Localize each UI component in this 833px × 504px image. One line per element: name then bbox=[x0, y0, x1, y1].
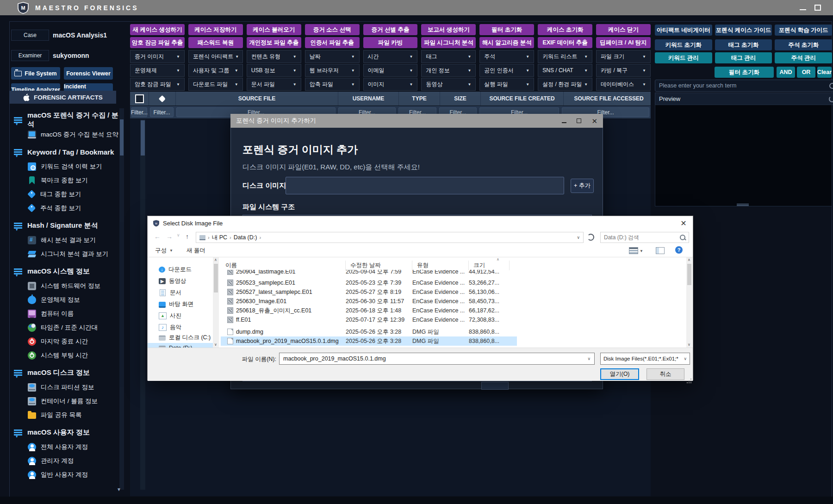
action-button[interactable]: 딥페이크 / AI 탐지 bbox=[596, 37, 651, 48]
tree-item[interactable]: 바탕 화면 bbox=[148, 299, 212, 309]
filter-dropdown[interactable]: 주석▼ bbox=[479, 50, 534, 63]
search-input[interactable]: Please enter your search term bbox=[655, 80, 833, 92]
file-row[interactable]: dump.dmg2025-05-26 오후 3:28DMG 파일838,860,… bbox=[221, 327, 517, 336]
select-all-header[interactable] bbox=[130, 92, 149, 106]
tree-scrollbar[interactable]: ∧ ∨ bbox=[213, 257, 219, 348]
list-column-header[interactable]: 유형 bbox=[412, 261, 469, 270]
up-icon[interactable]: ↑ bbox=[186, 233, 189, 240]
filter-dropdown[interactable]: 사용자 및 그룹▼ bbox=[188, 64, 243, 77]
chevron-down-icon[interactable]: ▼ bbox=[640, 249, 643, 253]
filter-dropdown[interactable]: 설정 / 환경 파일▼ bbox=[538, 78, 592, 91]
filter-dropdown[interactable]: SNS / CHAT▼ bbox=[538, 64, 592, 77]
file-type-dropdown[interactable]: Disk Image Files(*.E01;*.Ex01;* ∨ bbox=[600, 353, 690, 365]
table-scrollbar-thumb[interactable] bbox=[141, 120, 145, 156]
panel-button[interactable]: 키워드 초기화 bbox=[655, 39, 712, 50]
disk-image-input[interactable] bbox=[286, 177, 564, 194]
column-header[interactable]: SOURCE FILE CREATED bbox=[481, 92, 564, 106]
address-dropdown-icon[interactable]: ∨ bbox=[577, 235, 580, 240]
panel-button[interactable]: 키워드 관리 bbox=[655, 52, 712, 63]
sidebar-item[interactable]: 컴퓨터 이름 bbox=[28, 309, 120, 318]
dialog-close-icon[interactable]: ✕ bbox=[674, 216, 693, 230]
tree-item[interactable]: ▶동영상 bbox=[148, 276, 212, 286]
filter-dropdown[interactable]: 포렌식 아티팩트▼ bbox=[188, 50, 243, 63]
filter-reset-button[interactable]: 필터 초기화 bbox=[715, 67, 774, 78]
help-icon[interactable]: ? bbox=[675, 246, 683, 254]
action-button[interactable]: 암호 잠금 파일 추출 bbox=[130, 37, 185, 48]
filter-dropdown[interactable]: 증거 이미지▼ bbox=[130, 50, 185, 63]
list-column-header[interactable]: 수정한 날짜 bbox=[346, 261, 412, 270]
filter-dropdown[interactable]: 문서 파일▼ bbox=[247, 78, 301, 91]
column-header[interactable]: SOURCE FILE ACCESSED bbox=[564, 92, 651, 106]
panel-button[interactable]: 주석 관리 bbox=[775, 52, 832, 63]
list-column-header[interactable]: 크기 bbox=[469, 261, 510, 270]
sidebar-item[interactable]: 태그 종합 보기 bbox=[28, 189, 120, 199]
refresh-icon[interactable] bbox=[829, 96, 833, 102]
sidebar-item[interactable]: 관리자 계정 bbox=[28, 456, 120, 466]
forensic-artifacts-header[interactable]: FORENSIC ARTIFACTS bbox=[9, 91, 116, 104]
sidebar-scrollbar-thumb[interactable] bbox=[120, 119, 124, 156]
filter-dropdown[interactable]: 웹 브라우저▼ bbox=[305, 64, 360, 77]
forward-icon[interactable]: → bbox=[166, 233, 173, 240]
panel-button[interactable]: 아티팩트 네비게이터 bbox=[655, 25, 712, 36]
filter-dropdown[interactable]: 동영상▼ bbox=[421, 78, 476, 91]
chevron-down-icon[interactable]: ∨ bbox=[587, 356, 591, 361]
modal-maximize-icon[interactable] bbox=[577, 118, 581, 123]
panel-button[interactable]: 태그 초기화 bbox=[715, 39, 772, 50]
sidebar-item[interactable]: 시그니처 분석 결과 보기 bbox=[28, 249, 120, 259]
filter-dropdown[interactable]: 다운로드 파일▼ bbox=[188, 78, 243, 91]
filter-dropdown[interactable]: 개인 정보▼ bbox=[421, 64, 476, 77]
resize-grip[interactable] bbox=[690, 379, 691, 380]
filter-dropdown[interactable]: 데이터베이스▼ bbox=[596, 78, 651, 91]
action-button[interactable]: 케이스 초기화 bbox=[538, 24, 592, 35]
scroll-up-icon[interactable]: ∧ bbox=[214, 258, 217, 262]
sidebar-item[interactable]: 시스템 하드웨어 정보 bbox=[28, 281, 120, 291]
clear-button[interactable]: Clear bbox=[817, 67, 832, 78]
new-folder-button[interactable]: 새 폴더 bbox=[186, 247, 205, 255]
sidebar-section[interactable]: macOS 포렌식 증거 수집 / 분석 bbox=[14, 114, 120, 125]
tree-item[interactable]: ▲사진 bbox=[148, 311, 212, 321]
action-button[interactable]: 케이스 불러오기 bbox=[247, 24, 301, 35]
table-scrollbar[interactable] bbox=[140, 119, 145, 490]
panel-button[interactable]: 태그 관리 bbox=[715, 52, 772, 63]
scroll-down-icon[interactable]: ∨ bbox=[688, 342, 690, 347]
tree-item[interactable]: 문서 bbox=[148, 288, 212, 298]
filter-dropdown[interactable]: 운영체제▼ bbox=[130, 64, 185, 77]
and-button[interactable]: AND bbox=[777, 67, 795, 78]
filename-input[interactable]: macbook_pro_2019_macOS15.0.1.dmg ∨ bbox=[279, 353, 595, 365]
file-row[interactable]: 250618_유출_이미지_cc.E012025-06-18 오후 1:48En… bbox=[221, 306, 517, 315]
sidebar-item[interactable]: 파일 공유 목록 bbox=[28, 410, 120, 420]
panel-button[interactable]: 포렌식 케이스 가이드 bbox=[715, 25, 772, 36]
sidebar-item[interactable]: 키워드 검색 이력 보기 bbox=[28, 162, 120, 171]
file-system-button[interactable]: File System bbox=[11, 67, 60, 80]
action-button[interactable]: 새 케이스 생성하기 bbox=[130, 24, 185, 35]
action-button[interactable]: 개인정보 파일 추출 bbox=[247, 37, 301, 48]
sidebar-section[interactable]: Keyword / Tag / Bookmark bbox=[14, 146, 120, 157]
sidebar-item[interactable]: 시스템 부팅 시간 bbox=[28, 350, 120, 360]
sidebar-item[interactable]: 마지막 종료 시간 bbox=[28, 336, 120, 346]
tree-item[interactable]: 로컬 디스크 (C:) bbox=[148, 333, 212, 342]
refresh-icon[interactable] bbox=[587, 234, 594, 241]
minimize-button[interactable] bbox=[800, 5, 806, 10]
sidebar-section[interactable]: macOS 디스크 정보 bbox=[14, 367, 120, 378]
scroll-up-icon[interactable]: ∧ bbox=[688, 258, 690, 262]
filter-dropdown[interactable]: 이미지▼ bbox=[363, 78, 418, 91]
forensic-viewer-button[interactable]: Forensic Viewer bbox=[64, 67, 113, 80]
preview-pane-icon[interactable] bbox=[656, 247, 665, 254]
list-scrollbar-thumb[interactable] bbox=[687, 264, 691, 285]
filter-dropdown[interactable]: 시간▼ bbox=[363, 50, 418, 63]
filter-dropdown[interactable]: 날짜▼ bbox=[305, 50, 360, 63]
tree-item[interactable]: ♪음악 bbox=[148, 323, 212, 332]
file-row[interactable]: 250527_latest_samplepc.E012025-05-27 오후 … bbox=[221, 287, 517, 297]
panel-button[interactable]: 주석 초기화 bbox=[775, 39, 832, 50]
action-button[interactable]: 보고서 생성하기 bbox=[421, 24, 476, 35]
view-mode-icon[interactable] bbox=[629, 247, 638, 254]
filter-dropdown[interactable]: 이메일▼ bbox=[363, 64, 418, 77]
column-header[interactable]: TYPE bbox=[399, 92, 440, 106]
filter-dropdown[interactable]: USB 정보▼ bbox=[247, 64, 301, 77]
address-bar[interactable]: › 내 PC › Data (D:) › ∨ bbox=[196, 232, 584, 243]
panel-button[interactable]: 포렌식 학습 가이드 bbox=[775, 25, 832, 36]
modal-close-icon[interactable]: ✕ bbox=[591, 118, 597, 124]
action-button[interactable]: 패스워드 복원 bbox=[188, 37, 243, 48]
filter-dropdown[interactable]: 키워드 리스트▼ bbox=[538, 50, 592, 63]
file-row[interactable]: 250904_lastImage.E012025-09-04 오후 7:59En… bbox=[221, 270, 517, 276]
